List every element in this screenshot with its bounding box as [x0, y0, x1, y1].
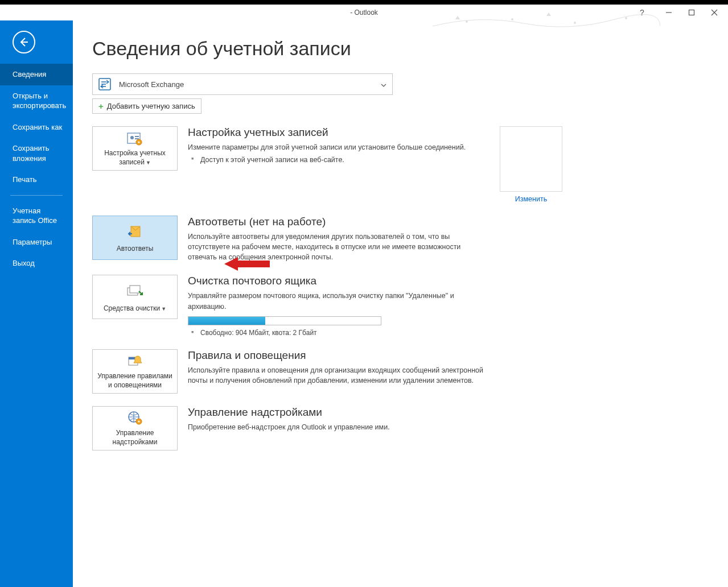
account-settings-button[interactable]: Настройка учетных записей▼ — [92, 126, 178, 171]
addins-desc: Приобретение веб-надстроек для Outlook и… — [188, 422, 484, 432]
nav-options[interactable]: Параметры — [0, 232, 73, 253]
title-bar: - Outlook ? — [0, 5, 728, 20]
svg-rect-18 — [130, 286, 140, 293]
nav-separator — [10, 195, 63, 196]
rules-heading: Правила и оповещения — [188, 349, 484, 362]
add-account-button[interactable]: + Добавить учетную запись — [92, 98, 201, 114]
backstage-sidebar: Сведения Открыть и экспортировать Сохран… — [0, 20, 73, 587]
account-settings-bullet: Доступ к этой учетной записи на веб-сайт… — [188, 155, 484, 165]
chevron-down-icon: ▼ — [161, 306, 166, 312]
autoreply-button-label: Автоответы — [117, 245, 154, 254]
nav-exit[interactable]: Выход — [0, 253, 73, 274]
svg-point-15 — [138, 142, 140, 143]
addins-button-label: Управление надстройками — [96, 429, 174, 447]
exchange-icon — [98, 78, 111, 90]
rules-alerts-button[interactable]: Управление правилами и оповещениями — [92, 349, 178, 394]
cleanup-tools-button[interactable]: Средства очистки▼ — [92, 275, 178, 319]
rules-icon — [126, 354, 144, 369]
account-photo-placeholder — [500, 126, 562, 192]
minimize-button[interactable] — [659, 6, 679, 19]
chevron-down-icon: ▼ — [146, 160, 151, 166]
account-dropdown-label: Microsoft Exchange — [119, 80, 184, 89]
content-area: Сведения об учетной записи Microsoft Exc… — [73, 20, 728, 587]
change-photo-link[interactable]: Изменить — [515, 195, 547, 203]
account-settings-heading: Настройка учетных записей — [188, 126, 484, 139]
svg-rect-12 — [135, 136, 139, 137]
addins-icon — [126, 411, 144, 425]
mailbox-quota-bar — [188, 316, 381, 325]
account-dropdown[interactable]: Microsoft Exchange — [92, 73, 393, 95]
nav-print[interactable]: Печать — [0, 169, 73, 191]
plus-icon: + — [98, 101, 104, 111]
rules-desc: Используйте правила и оповещения для орг… — [188, 365, 484, 386]
cleanup-desc: Управляйте размером почтового ящика, исп… — [188, 291, 484, 311]
rules-button-label: Управление правилами и оповещениями — [96, 372, 174, 390]
svg-point-11 — [130, 136, 134, 139]
nav-office-account[interactable]: Учетная запись Office — [0, 200, 73, 232]
close-button[interactable] — [704, 6, 725, 19]
cleanup-icon — [126, 283, 144, 301]
mailbox-quota-text: Свободно: 904 Мбайт, квота: 2 Гбайт — [188, 329, 484, 337]
nav-info[interactable]: Сведения — [0, 64, 73, 85]
nav-save-attachments[interactable]: Сохранить вложения — [0, 138, 73, 169]
nav-open-export[interactable]: Открыть и экспортировать — [0, 85, 73, 117]
page-title: Сведения об учетной записи — [92, 38, 711, 60]
nav-save-as[interactable]: Сохранить как — [0, 117, 73, 138]
autoreply-icon — [126, 223, 144, 241]
autoreply-heading: Автоответы (нет на работе) — [188, 216, 484, 228]
autoreply-desc: Используйте автоответы для уведомления д… — [188, 232, 484, 262]
back-button[interactable] — [13, 31, 35, 53]
addins-heading: Управление надстройками — [188, 406, 484, 419]
chevron-down-icon — [381, 79, 386, 89]
maximize-button[interactable] — [681, 6, 702, 19]
svg-rect-1 — [689, 10, 694, 15]
app-top-strip — [0, 0, 728, 5]
manage-addins-button[interactable]: Управление надстройками — [92, 406, 178, 450]
cleanup-heading: Очистка почтового ящика — [188, 275, 484, 287]
account-settings-icon — [126, 131, 144, 146]
help-button[interactable]: ? — [634, 6, 651, 19]
window-title: - Outlook — [350, 9, 378, 16]
autoreply-button[interactable]: Автоответы — [92, 216, 178, 260]
add-account-label: Добавить учетную запись — [107, 102, 195, 110]
svg-point-7 — [625, 17, 627, 19]
svg-point-23 — [138, 421, 140, 423]
account-settings-desc: Измените параметры для этой учетной запи… — [188, 142, 484, 152]
